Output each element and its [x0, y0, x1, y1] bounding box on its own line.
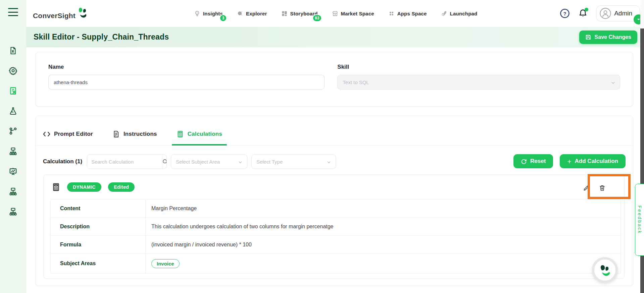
main-content: Name Skill Text to SQL — [26, 47, 644, 293]
name-input[interactable] — [48, 75, 325, 90]
tab-bar: Prompt Editor Instructions Calculations — [36, 116, 633, 145]
search-icon[interactable] — [162, 155, 167, 169]
lab-flask-icon[interactable] — [9, 107, 17, 115]
app-window: ConverSight Insights 3 Explorer — [0, 0, 644, 293]
plus-icon: + — [567, 158, 571, 165]
table-row: Content Margin Percentage — [51, 199, 621, 218]
left-sidebar — [0, 0, 26, 293]
sidebar-icon-nav — [0, 46, 26, 216]
nav-item-insights[interactable]: Insights 3 — [194, 10, 223, 17]
edited-badge: Edited — [108, 182, 135, 192]
nav-item-launchpad[interactable]: Launchpad — [441, 10, 478, 17]
help-icon[interactable]: ? — [560, 8, 570, 18]
nav-label-apps-space: Apps Space — [397, 11, 427, 16]
calculator-icon — [177, 130, 184, 138]
type-filter[interactable]: Select Type — [251, 154, 336, 169]
subject-area-filter[interactable]: Select Subject Area — [171, 154, 247, 169]
name-field-label: Name — [48, 64, 325, 70]
skill-field-label: Skill — [337, 64, 620, 70]
insights-count-badge: 3 — [219, 14, 227, 22]
nav-label-market-space: Market Space — [341, 11, 374, 16]
save-disk-icon — [585, 34, 591, 40]
row-value: Invoice — [146, 254, 621, 273]
row-label: Description — [51, 218, 146, 235]
nav-item-apps-space[interactable]: Apps Space — [388, 10, 427, 17]
row-value: (invoiced margin / invoiced revenue) * 1… — [146, 236, 621, 253]
logo-text: ConverSight — [33, 12, 76, 20]
chevron-down-icon — [611, 80, 615, 84]
row-value: Margin Percentage — [146, 199, 621, 217]
user-avatar-icon — [600, 8, 611, 19]
calculation-search-input[interactable] — [87, 155, 162, 169]
skill-detail-card: Prompt Editor Instructions Calculations … — [35, 116, 633, 286]
tab-calculations-label: Calculations — [188, 131, 222, 137]
market-space-store-icon — [332, 10, 338, 17]
notifications-bell-icon[interactable] — [578, 8, 588, 18]
row-label: Formula — [51, 236, 146, 253]
hamburger-menu-icon[interactable] — [8, 8, 18, 16]
refresh-icon — [521, 158, 527, 164]
hierarchy-icon[interactable] — [9, 187, 17, 196]
nav-label-launchpad: Launchpad — [450, 11, 478, 16]
dataset-file-icon[interactable] — [9, 46, 17, 55]
assistant-chat-button[interactable] — [592, 257, 618, 283]
skill-meta-card: Name Skill Text to SQL — [35, 52, 633, 107]
feedback-label: Feedback — [637, 206, 642, 234]
nav-label-insights: Insights — [203, 11, 223, 16]
insights-bulb-icon — [194, 10, 200, 17]
hierarchy-icon[interactable] — [9, 207, 17, 216]
nav-item-market-space[interactable]: Market Space — [332, 10, 374, 17]
add-calculation-label: Add Calculation — [575, 158, 618, 165]
chevron-down-icon — [327, 160, 331, 164]
add-calculation-button[interactable]: + Add Calculation — [560, 154, 626, 168]
calculation-search — [87, 154, 167, 169]
feedback-tab[interactable]: Feedback — [635, 184, 644, 256]
document-icon — [112, 130, 120, 138]
table-row: Description This calculation undergoes c… — [51, 218, 621, 236]
nav-item-storyboard[interactable]: Storyboard 83 — [281, 10, 318, 17]
calculation-item-card: DYNAMIC Edited Content Margin Pe — [43, 175, 625, 279]
table-row: Subject Areas Invoice — [51, 254, 621, 273]
apps-space-dots-icon — [388, 10, 395, 17]
user-menu[interactable]: Admin — [596, 5, 640, 21]
tab-prompt-editor-label: Prompt Editor — [54, 131, 93, 137]
save-changes-label: Save Changes — [595, 34, 631, 40]
tab-instructions[interactable]: Instructions — [112, 130, 157, 145]
conversight-logo[interactable]: ConverSight — [33, 7, 88, 20]
topbar-right-cluster: ? Admin — [560, 0, 640, 27]
subject-area-filter-value: Select Subject Area — [176, 159, 220, 165]
conversight-mark-icon — [598, 263, 612, 277]
version-branch-icon[interactable] — [9, 127, 17, 135]
main-navigation: Insights 3 Explorer Storyboard 83 — [194, 0, 477, 27]
launchpad-rocket-icon — [441, 10, 447, 17]
skill-editor-icon[interactable] — [9, 86, 17, 95]
explorer-icon — [237, 10, 243, 17]
skill-select-value: Text to SQL — [343, 79, 369, 85]
page-title: Skill Editor - Supply_Chain_Threads — [34, 33, 169, 42]
top-bar: ConverSight Insights 3 Explorer — [26, 0, 644, 27]
subject-area-chip[interactable]: Invoice — [151, 259, 180, 268]
hierarchy-icon[interactable] — [9, 147, 17, 156]
type-filter-value: Select Type — [256, 159, 283, 165]
logo-leaf-icon — [76, 7, 88, 19]
skill-select[interactable]: Text to SQL — [337, 75, 620, 90]
page-header: Skill Editor - Supply_Chain_Threads Save… — [26, 27, 644, 47]
row-label: Subject Areas — [51, 254, 146, 273]
calculation-count: Calculation (1) — [43, 158, 82, 165]
code-brackets-icon — [43, 130, 50, 138]
reset-button[interactable]: Reset — [513, 154, 553, 168]
settings-gear-icon[interactable] — [9, 66, 17, 75]
delete-trash-icon[interactable] — [599, 184, 606, 191]
storyboard-grid-icon — [281, 10, 288, 17]
chevron-down-icon — [238, 160, 242, 164]
dynamic-badge: DYNAMIC — [67, 182, 101, 192]
dashboard-presentation-icon[interactable] — [9, 167, 17, 176]
row-label: Content — [51, 199, 146, 217]
nav-label-explorer: Explorer — [246, 11, 267, 16]
tab-prompt-editor[interactable]: Prompt Editor — [43, 130, 93, 145]
storyboard-count-badge: 83 — [312, 14, 321, 22]
nav-item-explorer[interactable]: Explorer — [237, 10, 267, 17]
edit-pencil-icon[interactable] — [583, 184, 590, 191]
tab-calculations[interactable]: Calculations — [177, 130, 222, 145]
save-changes-button[interactable]: Save Changes — [579, 31, 637, 44]
